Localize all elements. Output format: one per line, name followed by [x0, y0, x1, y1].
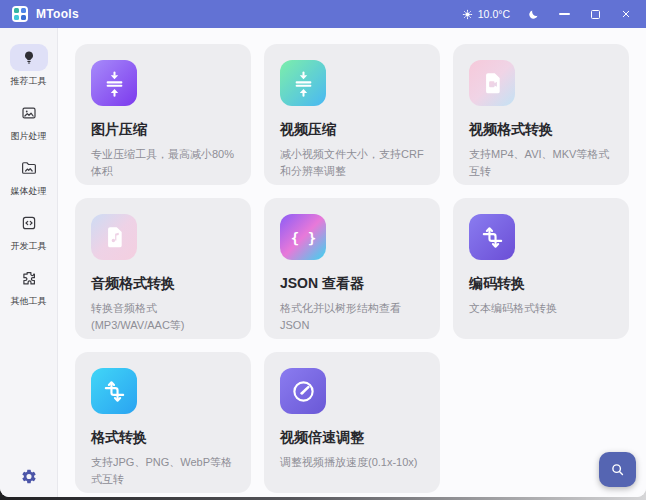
- sidebar-item-image[interactable]: 图片处理: [10, 99, 48, 143]
- close-button[interactable]: [618, 6, 634, 22]
- card-description: 调整视频播放速度(0.1x-10x): [280, 454, 424, 471]
- puzzle-icon: [10, 264, 48, 291]
- tool-card-video-compress[interactable]: 视频压缩 减小视频文件大小，支持CRF和分辨率调整: [264, 44, 440, 185]
- dev-tools-icon: [10, 209, 48, 236]
- app-title: MTools: [36, 7, 79, 21]
- sidebar-item-other[interactable]: 其他工具: [10, 264, 48, 308]
- audio-file-icon: [91, 214, 137, 260]
- crop-convert-icon: [469, 214, 515, 260]
- sidebar-item-label: 图片处理: [11, 130, 47, 143]
- settings-button[interactable]: [20, 468, 37, 485]
- sidebar: 推荐工具 图片处理 媒体处理 开发工具 其他工具: [0, 28, 58, 497]
- gear-icon: [20, 468, 37, 485]
- card-title: 编码转换: [469, 275, 613, 293]
- compress-icon: [280, 60, 326, 106]
- video-file-icon: [469, 60, 515, 106]
- minimize-button[interactable]: [556, 6, 572, 22]
- crop-convert-icon: [91, 368, 137, 414]
- tool-card-video-format[interactable]: 视频格式转换 支持MP4、AVI、MKV等格式互转: [453, 44, 629, 185]
- tool-card-audio-format[interactable]: 音频格式转换 转换音频格式(MP3/WAV/AAC等): [75, 198, 251, 339]
- weather-widget[interactable]: 10.0°C: [461, 8, 510, 21]
- svg-text:{ }: { }: [290, 229, 315, 245]
- card-description: 专业压缩工具，最高减小80%体积: [91, 146, 235, 180]
- sidebar-item-media[interactable]: 媒体处理: [10, 154, 48, 198]
- titlebar: MTools 10.0°C: [0, 0, 646, 28]
- lightbulb-icon: [10, 44, 48, 71]
- close-icon: [620, 8, 632, 20]
- card-title: 视频格式转换: [469, 121, 613, 139]
- card-title: 图片压缩: [91, 121, 235, 139]
- card-description: 文本编码格式转换: [469, 300, 613, 317]
- main-content: 图片压缩 专业压缩工具，最高减小80%体积 视频压缩 减小视频文件大小，支持CR…: [58, 28, 646, 497]
- card-description: 减小视频文件大小，支持CRF和分辨率调整: [280, 146, 424, 180]
- moon-icon: [527, 8, 540, 21]
- tool-card-grid: 图片压缩 专业压缩工具，最高减小80%体积 视频压缩 减小视频文件大小，支持CR…: [75, 44, 629, 493]
- maximize-button[interactable]: [587, 6, 603, 22]
- speedometer-icon: [280, 368, 326, 414]
- sidebar-item-recommended[interactable]: 推荐工具: [10, 44, 48, 88]
- sidebar-items: 推荐工具 图片处理 媒体处理 开发工具 其他工具: [10, 44, 48, 319]
- sidebar-item-label: 其他工具: [11, 295, 47, 308]
- sidebar-item-dev[interactable]: 开发工具: [10, 209, 48, 253]
- sidebar-item-label: 开发工具: [11, 240, 47, 253]
- theme-toggle-button[interactable]: [525, 6, 541, 22]
- sidebar-item-label: 媒体处理: [11, 185, 47, 198]
- card-description: 格式化并以树形结构查看 JSON: [280, 300, 424, 334]
- temperature-label: 10.0°C: [478, 8, 510, 20]
- tool-card-video-speed[interactable]: 视频倍速调整 调整视频播放速度(0.1x-10x): [264, 352, 440, 493]
- card-description: 转换音频格式(MP3/WAV/AAC等): [91, 300, 235, 334]
- tool-card-format-convert[interactable]: 格式转换 支持JPG、PNG、WebP等格式互转: [75, 352, 251, 493]
- card-title: 格式转换: [91, 429, 235, 447]
- card-title: 视频压缩: [280, 121, 424, 139]
- sun-icon: [461, 8, 474, 21]
- card-description: 支持MP4、AVI、MKV等格式互转: [469, 146, 613, 180]
- search-fab-button[interactable]: [599, 452, 636, 487]
- card-title: 音频格式转换: [91, 275, 235, 293]
- card-description: 支持JPG、PNG、WebP等格式互转: [91, 454, 235, 488]
- minimize-icon: [559, 13, 570, 15]
- image-icon: [10, 99, 48, 126]
- tool-card-encoding-convert[interactable]: 编码转换 文本编码格式转换: [453, 198, 629, 339]
- app-window: MTools 10.0°C 推荐工具 图片处理 媒体处理 开发工具: [0, 0, 646, 497]
- app-logo-icon: [12, 6, 28, 22]
- braces-icon: { }: [280, 214, 326, 260]
- compress-icon: [91, 60, 137, 106]
- maximize-icon: [591, 10, 600, 19]
- card-title: JSON 查看器: [280, 275, 424, 293]
- tool-card-image-compress[interactable]: 图片压缩 专业压缩工具，最高减小80%体积: [75, 44, 251, 185]
- search-icon: [609, 461, 626, 478]
- sidebar-item-label: 推荐工具: [11, 75, 47, 88]
- card-title: 视频倍速调整: [280, 429, 424, 447]
- media-folder-icon: [10, 154, 48, 181]
- tool-card-json-viewer[interactable]: { } JSON 查看器 格式化并以树形结构查看 JSON: [264, 198, 440, 339]
